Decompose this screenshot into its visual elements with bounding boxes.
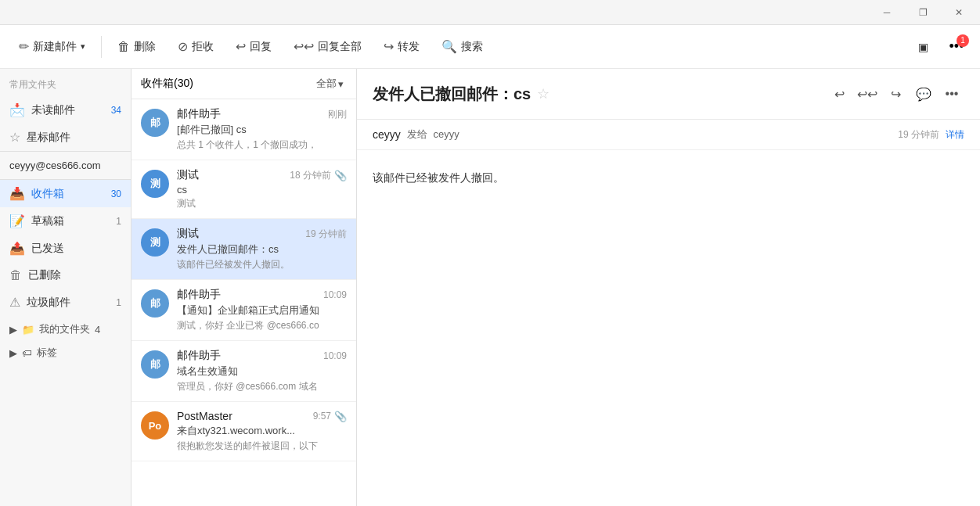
new-mail-button[interactable]: ✏ 新建邮件 ▾ (9, 34, 95, 59)
detail-header: 发件人已撤回邮件：cs ☆ ↩ ↩↩ ↪ 💬 ••• (357, 69, 980, 120)
sidebar-item-unread[interactable]: 📩 未读邮件 34 (0, 96, 131, 124)
email-sender: 邮件助手 (177, 288, 320, 302)
sidebar-label-inbox: 收件箱 (31, 187, 99, 201)
email-time: 18 分钟前 (290, 169, 331, 182)
tags-icon: 🏷 (22, 347, 32, 359)
sidebar-account: ceyyy@ces666.com (0, 151, 131, 180)
more-action-button[interactable]: ••• (939, 81, 964, 106)
reply-action-button[interactable]: ↩ (827, 81, 852, 106)
filter-label: 全部 (316, 77, 337, 91)
main-content: 常用文件夹 📩 未读邮件 34 ☆ 星标邮件 ceyyy@ces666.com … (0, 69, 980, 506)
sidebar-label-myfolders: 我的文件夹 (39, 322, 90, 336)
notification-button[interactable]: ••• 1 (942, 33, 971, 61)
avatar: 邮 (141, 289, 169, 318)
sidebar-item-sent[interactable]: 📤 已发送 (0, 235, 131, 262)
deleted-icon: 🗑 (9, 268, 22, 282)
email-preview: 测试 (177, 197, 347, 210)
reply-all-icon: ↩↩ (294, 39, 314, 54)
sidebar-item-deleted[interactable]: 🗑 已删除 (0, 262, 131, 289)
sidebar-item-spam[interactable]: ⚠ 垃圾邮件 1 (0, 289, 131, 316)
restore-button[interactable]: ❐ (905, 0, 941, 25)
delete-button[interactable]: 🗑 删除 (108, 35, 165, 59)
email-detail-panel: 发件人已撤回邮件：cs ☆ ↩ ↩↩ ↪ 💬 ••• ceyyy 发给 ceyy… (357, 69, 980, 506)
layout-button[interactable]: ▣ (909, 36, 938, 58)
layout-icon: ▣ (918, 41, 928, 53)
email-preview: 测试，你好 企业已将 @ces666.co (177, 319, 347, 332)
email-time: 19 分钟前 (305, 228, 347, 241)
email-preview: 很抱歉您发送的邮件被退回，以下 (177, 440, 347, 453)
sidebar-item-starred[interactable]: ☆ 星标邮件 (0, 124, 131, 151)
comment-action-button[interactable]: 💬 (911, 81, 936, 106)
sidebar-label-drafts: 草稿箱 (31, 214, 110, 228)
email-subject: 【通知】企业邮箱正式启用通知 (177, 303, 347, 318)
sidebar-item-inbox[interactable]: 📥 收件箱 30 (0, 180, 131, 207)
email-subject: cs (177, 184, 347, 196)
detail-title: 发件人已撤回邮件：cs (373, 84, 531, 105)
list-item[interactable]: 测 测试 19 分钟前 发件人已撤回邮件：cs 该邮件已经被发件人撤回。 (132, 219, 356, 280)
toolbar-divider-1 (101, 36, 102, 58)
forward-action-button[interactable]: ↪ (883, 81, 908, 106)
list-item[interactable]: Po PostMaster 9:57 📎 来自xty321.wecom.work… (132, 402, 356, 461)
forward-icon: ↪ (384, 39, 394, 54)
inbox-title: 收件箱(30) (141, 77, 313, 91)
email-content: 邮件助手 10:09 【通知】企业邮箱正式启用通知 测试，你好 企业已将 @ce… (177, 288, 347, 332)
sidebar-badge-inbox: 30 (106, 188, 121, 199)
sidebar-item-drafts[interactable]: 📝 草稿箱 1 (0, 207, 131, 235)
email-sender: PostMaster (177, 410, 310, 422)
delete-icon: 🗑 (117, 40, 130, 54)
search-button[interactable]: 🔍 搜索 (432, 34, 492, 59)
minimize-button[interactable]: ─ (869, 0, 905, 25)
reply-icon: ↩ (236, 39, 246, 54)
to-address: ceyyy (433, 128, 459, 140)
reject-button[interactable]: ⊘ 拒收 (168, 34, 223, 59)
to-field: 发给 ceyyy (407, 127, 899, 142)
close-button[interactable]: ✕ (941, 0, 977, 25)
sidebar-label-spam: 垃圾邮件 (27, 296, 110, 310)
detail-actions: ↩ ↩↩ ↪ 💬 ••• (827, 81, 964, 106)
email-list-header: 收件箱(30) 全部 ▾ (132, 69, 356, 99)
from-label: ceyyy (373, 128, 401, 141)
list-item[interactable]: 邮 邮件助手 10:09 域名生效通知 管理员，你好 @ces666.com 域… (132, 341, 356, 402)
list-item[interactable]: 邮 邮件助手 10:09 【通知】企业邮箱正式启用通知 测试，你好 企业已将 @… (132, 280, 356, 341)
email-preview: 该邮件已经被发件人撤回。 (177, 258, 347, 271)
email-sender: 邮件助手 (177, 107, 325, 121)
reply-button[interactable]: ↩ 回复 (226, 34, 281, 59)
email-subject: 来自xty321.wecom.work... (177, 424, 347, 438)
sidebar-badge-myfolders: 4 (95, 324, 100, 336)
reject-icon: ⊘ (178, 39, 188, 54)
email-content: 邮件助手 10:09 域名生效通知 管理员，你好 @ces666.com 域名 (177, 349, 347, 393)
detail-body: 该邮件已经被发件人撤回。 (357, 150, 980, 506)
drafts-icon: 📝 (9, 214, 25, 228)
reply-all-button[interactable]: ↩↩ 回复全部 (284, 34, 371, 59)
inbox-icon: 📥 (9, 186, 25, 201)
titlebar: ─ ❐ ✕ (0, 0, 980, 25)
filter-button[interactable]: 全部 ▾ (313, 75, 347, 92)
sidebar-section-title: 常用文件夹 (0, 69, 131, 96)
email-time: 10:09 (323, 289, 347, 300)
email-received-time: 19 分钟前 (898, 128, 939, 142)
star-icon: ☆ (9, 130, 20, 145)
list-item[interactable]: 邮 邮件助手 刚刚 [邮件已撤回] cs 总共 1 个收件人，1 个撤回成功， (132, 99, 356, 160)
avatar: 邮 (141, 350, 169, 379)
avatar: Po (141, 411, 169, 440)
sidebar-label-unread: 未读邮件 (31, 103, 99, 117)
notification-badge: 1 (957, 34, 969, 47)
email-body-text: 该邮件已经被发件人撤回。 (373, 169, 964, 186)
forward-button[interactable]: ↪ 转发 (374, 34, 429, 59)
chevron-right-icon-tags: ▶ (9, 347, 17, 359)
list-item[interactable]: 测 测试 18 分钟前 📎 cs 测试 (132, 160, 356, 219)
compose-icon: ✏ (19, 39, 29, 54)
reply-all-action-button[interactable]: ↩↩ (855, 81, 880, 106)
star-toggle-icon[interactable]: ☆ (537, 85, 549, 102)
unread-icon: 📩 (9, 102, 25, 117)
sidebar-item-tags[interactable]: ▶ 🏷 标签 (0, 339, 131, 363)
email-content: PostMaster 9:57 📎 来自xty321.wecom.work...… (177, 410, 347, 453)
email-time: 刚刚 (328, 108, 347, 121)
sidebar-badge-spam: 1 (116, 297, 121, 308)
sidebar-badge-drafts: 1 (116, 216, 121, 227)
email-subject: [邮件已撤回] cs (177, 123, 347, 137)
sidebar-item-myfolders[interactable]: ▶ 📁 我的文件夹 4 (0, 316, 131, 339)
details-link[interactable]: 详情 (946, 128, 964, 142)
sidebar-label-starred: 星标邮件 (27, 131, 121, 145)
spam-icon: ⚠ (9, 295, 20, 310)
